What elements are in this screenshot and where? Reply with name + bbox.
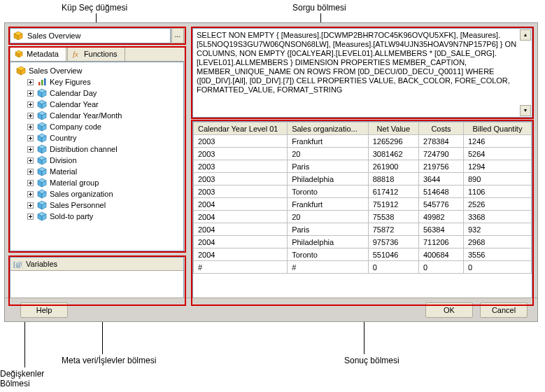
variables-icon: [@]	[13, 260, 23, 268]
expand-icon[interactable]	[27, 79, 34, 85]
expand-icon[interactable]	[27, 191, 34, 197]
grid-cell: 219756	[418, 160, 463, 173]
grid-cell: #	[288, 261, 369, 274]
tab-functions[interactable]: fx Functions	[67, 46, 125, 61]
table-row[interactable]: 2003Paris2619002197561294	[194, 160, 532, 173]
table-row[interactable]: 2004Toronto5510464006843556	[194, 248, 532, 261]
tree-item-label: Country	[50, 134, 77, 142]
button-bar: Help OK Cancel	[5, 298, 537, 321]
grid-column-header[interactable]: Net Value	[368, 122, 418, 135]
grid-cell: 2004	[194, 236, 288, 248]
dimension-icon	[37, 155, 47, 165]
table-row[interactable]: 20042075538499823368	[194, 211, 532, 223]
scroll-up-button[interactable]: ▴	[520, 29, 531, 41]
table-row[interactable]: 2003Toronto6174125146481106	[194, 186, 532, 198]
tree-item[interactable]: Country	[12, 132, 182, 144]
tree-item[interactable]: Calendar Day	[12, 88, 182, 99]
tree-item-label: Sales organization	[50, 190, 113, 198]
table-row[interactable]: 2004Frankfurt7519125457762526	[194, 198, 532, 211]
cube-browse-button[interactable]: ...	[171, 28, 184, 43]
dimension-icon	[37, 211, 47, 221]
grid-cell: 2526	[463, 198, 531, 211]
grid-cell: 514648	[418, 186, 463, 198]
tree-item[interactable]: Calendar Year/Month	[12, 110, 182, 121]
expand-icon[interactable]	[27, 102, 34, 108]
tree-item[interactable]: Distribution channel	[12, 144, 182, 155]
cancel-button[interactable]: Cancel	[480, 302, 528, 318]
table-row[interactable]: 20032030814627247905264	[194, 148, 532, 160]
expand-icon[interactable]	[27, 180, 34, 186]
dimension-icon	[37, 200, 47, 210]
grid-cell: Toronto	[288, 186, 369, 198]
grid-cell: 975736	[368, 236, 418, 248]
grid-cell: 5264	[463, 148, 531, 160]
expand-icon[interactable]	[27, 146, 34, 153]
expand-icon[interactable]	[27, 113, 34, 119]
grid-column-header[interactable]: Sales organizatio...	[288, 122, 369, 135]
tab-metadata[interactable]: Metadata	[10, 46, 66, 61]
tree-item-label: Material group	[50, 178, 99, 187]
grid-cell: 0	[368, 261, 418, 274]
table-row[interactable]: 2004Paris7587256384932	[194, 223, 532, 236]
dimension-icon	[37, 144, 47, 154]
grid-cell: 751912	[368, 198, 418, 211]
metadata-icon	[15, 50, 23, 58]
tree-item-label: Calendar Year	[50, 100, 99, 108]
key-figures-icon	[37, 77, 47, 87]
grid-cell: 724790	[418, 148, 463, 160]
tree-item[interactable]: Key Figures	[12, 76, 182, 88]
table-row[interactable]: 2003Frankfurt12652962783841246	[194, 135, 532, 148]
table-row[interactable]: ##000	[194, 261, 532, 274]
dimension-icon	[37, 189, 47, 199]
table-row[interactable]: 2003Philadelphia888183644890	[194, 173, 532, 186]
grid-cell: 0	[463, 261, 531, 274]
tree-item[interactable]: Material	[12, 166, 182, 177]
tree-item[interactable]: Sold-to party	[12, 211, 182, 222]
annotation-metafunc: Meta veri/İşlevler bölmesi	[62, 356, 156, 365]
tree-item[interactable]: Division	[12, 155, 182, 166]
grid-cell: 1246	[463, 135, 531, 148]
expand-icon[interactable]	[27, 202, 34, 209]
grid-cell: 2003	[194, 173, 288, 186]
tree-item-label: Company code	[50, 122, 101, 131]
metadata-tabs: Metadata fx Functions	[10, 46, 184, 62]
dimension-icon	[37, 99, 47, 109]
expand-icon[interactable]	[27, 214, 34, 220]
dimension-icon	[37, 178, 47, 188]
tree-item-label: Sold-to party	[50, 212, 93, 220]
table-row[interactable]: 2004Philadelphia9757367112062968	[194, 236, 532, 248]
grid-column-header[interactable]: Costs	[418, 122, 463, 135]
grid-cell: Frankfurt	[288, 198, 369, 211]
tree-item-label: Distribution channel	[50, 145, 118, 153]
result-grid[interactable]: Calendar Year Level 01Sales organizatio.…	[192, 121, 532, 304]
grid-cell: 2003	[194, 148, 288, 160]
tree-item[interactable]: Calendar Year	[12, 99, 182, 110]
vertical-splitter[interactable]	[187, 28, 190, 304]
grid-column-header[interactable]: Calendar Year Level 01	[194, 122, 288, 135]
expand-icon[interactable]	[27, 169, 34, 175]
tree-item[interactable]: Company code	[12, 121, 182, 132]
tree-item[interactable]: Material group	[12, 177, 182, 188]
expand-icon[interactable]	[27, 158, 34, 164]
scroll-down-button[interactable]: ▾	[520, 105, 531, 116]
expand-icon[interactable]	[27, 124, 34, 130]
grid-cell: 20	[288, 211, 369, 223]
tree-item[interactable]: Sales Personnel	[12, 200, 182, 211]
grid-cell: Toronto	[288, 248, 369, 261]
svg-text:fx: fx	[73, 50, 78, 58]
grid-cell: 20	[288, 148, 369, 160]
tree-root[interactable]: Sales Overview	[12, 65, 182, 76]
svg-text:[@]: [@]	[13, 260, 23, 268]
tree-item[interactable]: Sales organization	[12, 188, 182, 200]
expand-icon[interactable]	[27, 135, 34, 141]
grid-cell: 711206	[418, 236, 463, 248]
metadata-tree[interactable]: Sales OverviewKey FiguresCalendar DayCal…	[10, 62, 184, 251]
help-button[interactable]: Help	[20, 302, 68, 318]
expand-icon[interactable]	[27, 90, 34, 97]
cube-select-field[interactable]: Sales Overview	[10, 28, 171, 43]
grid-column-header[interactable]: Billed Quantity	[463, 122, 531, 135]
ok-button[interactable]: OK	[425, 302, 473, 318]
query-pane[interactable]: SELECT NON EMPTY { [Measures].[DCWMP2BHR…	[192, 28, 532, 118]
grid-cell: 3644	[418, 173, 463, 186]
grid-cell: 2003	[194, 160, 288, 173]
